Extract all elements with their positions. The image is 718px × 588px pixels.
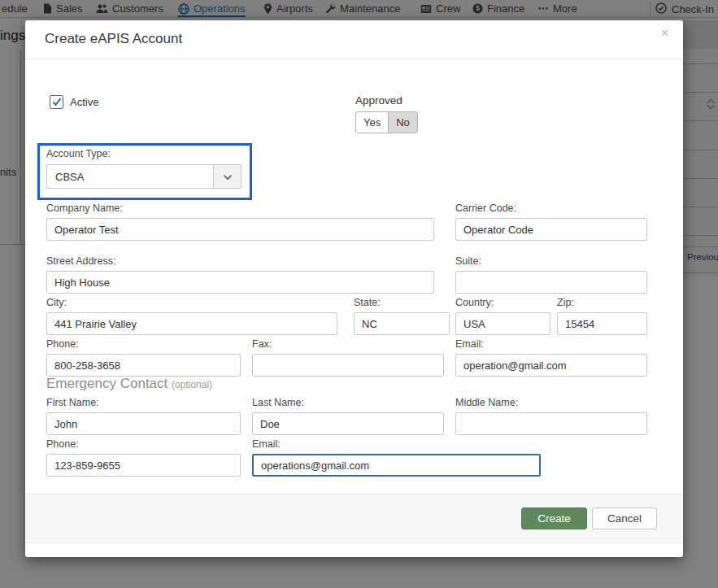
active-checkbox-label: Active — [70, 96, 98, 108]
street-address-label: Street Address: — [46, 255, 115, 267]
street-address-field[interactable] — [46, 271, 434, 294]
create-eapis-account-modal: Create eAPIS Account × Active Approved Y… — [25, 20, 683, 557]
modal-footer: Create Cancel — [25, 494, 683, 543]
suite-label: Suite: — [455, 255, 481, 267]
emergency-phone-field[interactable] — [46, 454, 241, 477]
carrier-code-field[interactable] — [455, 218, 647, 241]
modal-title: Create eAPIS Account — [45, 31, 182, 47]
checkmark-icon — [52, 95, 62, 110]
first-name-field[interactable] — [46, 412, 241, 435]
phone-label: Phone: — [46, 338, 79, 350]
fax-field[interactable] — [252, 354, 444, 377]
chevron-down-icon — [223, 169, 233, 184]
create-button[interactable]: Create — [521, 507, 587, 529]
state-label: State: — [354, 297, 381, 308]
account-type-select[interactable]: CBSA — [46, 164, 242, 189]
company-name-field[interactable] — [46, 218, 434, 241]
approved-label: Approved — [355, 94, 403, 107]
last-name-label: Last Name: — [252, 397, 304, 408]
email-field[interactable] — [455, 354, 647, 377]
middle-name-field[interactable] — [455, 412, 647, 435]
email-label: Email: — [455, 338, 484, 350]
emergency-contact-heading: Emergency Contact (optional) — [46, 376, 212, 392]
fax-label: Fax: — [252, 338, 272, 350]
close-icon[interactable]: × — [661, 27, 668, 40]
cancel-button[interactable]: Cancel — [592, 507, 657, 529]
active-checkbox[interactable] — [50, 95, 63, 109]
zip-label: Zip: — [557, 297, 574, 308]
last-name-field[interactable] — [252, 412, 444, 435]
emergency-contact-optional: (optional) — [172, 379, 212, 390]
approved-no-button[interactable]: No — [388, 112, 417, 133]
middle-name-label: Middle Name: — [455, 397, 518, 408]
approved-toggle: Yes No — [355, 111, 418, 133]
city-field[interactable] — [46, 312, 337, 335]
active-checkbox-group: Active — [50, 95, 98, 109]
approved-yes-button[interactable]: Yes — [356, 112, 388, 133]
city-label: City: — [46, 297, 67, 308]
screen: edule Sales Customers Operations Airport… — [0, 0, 718, 588]
phone-field[interactable] — [46, 354, 241, 377]
modal-header: Create eAPIS Account × — [25, 20, 683, 59]
account-type-value: CBSA — [47, 171, 213, 183]
emergency-phone-label: Phone: — [46, 438, 79, 450]
company-name-label: Company Name: — [46, 203, 123, 214]
country-field[interactable] — [455, 312, 550, 335]
emergency-email-label: Email: — [252, 438, 281, 450]
emergency-email-field[interactable] — [252, 454, 541, 477]
select-dropdown-button[interactable] — [213, 165, 241, 188]
emergency-contact-title: Emergency Contact — [46, 376, 168, 391]
country-label: Country: — [455, 297, 494, 308]
first-name-label: First Name: — [46, 397, 99, 408]
suite-field[interactable] — [455, 271, 647, 294]
zip-field[interactable] — [557, 312, 647, 335]
state-field[interactable] — [354, 312, 450, 335]
account-type-label: Account Type: — [46, 148, 111, 159]
carrier-code-label: Carrier Code: — [455, 203, 516, 214]
